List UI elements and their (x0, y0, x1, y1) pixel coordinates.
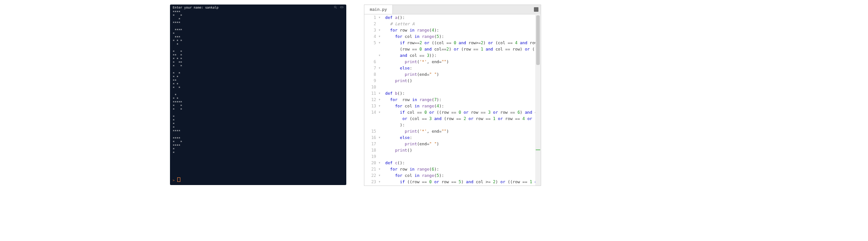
scrollbar-marker (536, 149, 540, 150)
console-prompt[interactable]: > (173, 177, 180, 182)
console-input-value: sankalp (205, 6, 219, 9)
collapse-icon[interactable] (340, 5, 344, 10)
scrollbar-thumb[interactable] (536, 15, 540, 65)
cursor-icon (177, 177, 180, 182)
svg-point-0 (334, 6, 336, 8)
tab-main-py[interactable]: main.py (364, 5, 393, 14)
tab-menu-button[interactable] (532, 5, 541, 14)
line-number-gutter: 1234567891011121314151617181920212223242… (364, 14, 378, 186)
tab-label: main.py (370, 6, 387, 13)
code-area[interactable]: 1234567891011121314151617181920212223242… (364, 14, 541, 186)
fold-gutter[interactable]: ▾▾▾▾▾▾▾▾▾▾▾▾▾▾▾▾ (378, 14, 383, 186)
vertical-scrollbar[interactable] (535, 14, 541, 185)
menu-icon (534, 7, 538, 12)
console-header: Enter your name: sankalp (170, 5, 346, 10)
console-prompt-symbol: > (173, 179, 176, 182)
svg-rect-2 (340, 7, 343, 8)
search-icon[interactable] (334, 5, 337, 10)
code-content[interactable]: def a(): # Letter A for row in range(4):… (383, 14, 541, 186)
svg-line-1 (336, 8, 337, 9)
console-output: **** * * * **** **** * *** * * * * * * *… (170, 10, 346, 155)
tab-bar: main.py (364, 5, 541, 14)
console-prompt-label: Enter your name: (173, 6, 205, 9)
code-editor: main.py 12345678910111213141516171819202… (364, 5, 541, 186)
console-panel: Enter your name: sankalp **** * * * ****… (170, 5, 346, 185)
